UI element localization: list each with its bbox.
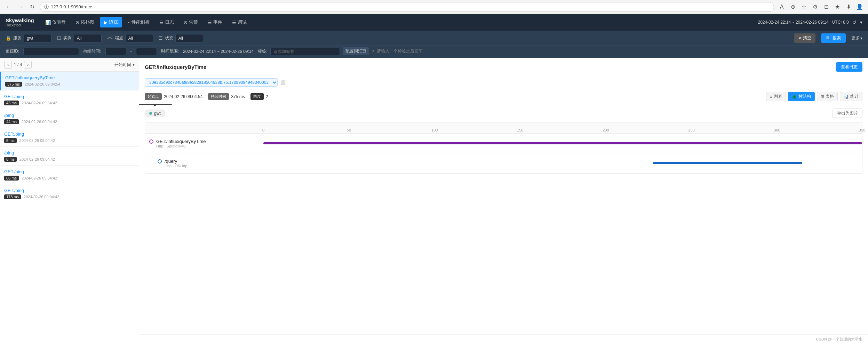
clear-button[interactable]: ✕ 清空 [794,33,815,43]
nav-performance-label: 性能剖析 [132,19,150,25]
trace-time: 2024-02-26 09:04:42 [19,157,55,161]
endpoint-icon: <> [107,35,113,41]
back-button[interactable]: ← [4,3,13,11]
nav-debug[interactable]: ☰ 调试 [228,17,251,27]
url-bar[interactable]: ⓘ 127.0.0.1:9090/trace [40,2,774,12]
nav-topology-label: 拓扑图 [81,19,94,25]
app-container: Skywalking Rocketbot 📊 仪表盘 ⊙ 拓扑图 ▶ 追踪 ~ … [0,14,868,344]
trace-duration-badge: 178 ms [4,194,21,199]
star-icon[interactable]: ☆ [800,3,808,11]
forward-button[interactable]: → [16,3,24,11]
tree-icon: 🌲 [792,94,797,99]
span-label: 跨度 [250,93,264,100]
stats-view-tab[interactable]: 📊 统计 [840,92,862,101]
span-right-2 [263,156,862,170]
more-button[interactable]: 更多 ▾ [851,35,862,41]
profile-icon[interactable]: 👤 [855,3,864,11]
refresh-button[interactable]: ↻ [28,3,36,11]
duration-max-input[interactable] [136,48,157,55]
span-dot-2 [158,159,162,163]
trace-duration-badge: 375 ms [5,82,22,87]
nav-log[interactable]: ☰ 日志 [155,17,178,27]
extension-icon[interactable]: ⚙ [811,3,819,11]
top-nav: Skywalking Rocketbot 📊 仪表盘 ⊙ 拓扑图 ▶ 追踪 ~ … [0,14,868,31]
refresh-time-button[interactable]: ↺ [852,19,857,25]
status-select[interactable]: All [175,34,203,42]
help-icon[interactable]: ? [372,49,374,54]
trace-item[interactable]: GET:/ping 66 ms 2024-02-26 09:04:42 [0,166,139,184]
translate-icon[interactable]: A [778,3,786,11]
service-select[interactable]: gwt [24,34,51,42]
duration-label: 持续时间: [83,48,101,54]
trace-duration-badge: 5 ms [4,138,17,143]
trace-duration-badge: 43 ms [4,101,19,105]
duration-label: 持续时间 [208,93,229,100]
span-value: 2 [266,94,268,99]
trace-item[interactable]: /ping 44 ms 2024-02-26 09:04:42 [0,109,139,128]
trace-item[interactable]: GET:/ping 5 ms 2024-02-26 09:04:42 [0,128,139,147]
export-button[interactable]: 导出为图片 [833,109,862,118]
nav-topology[interactable]: ⊙ 拓扑图 [71,17,98,27]
nav-dashboard[interactable]: 📊 仪表盘 [41,17,70,27]
nav-performance[interactable]: ~ 性能剖析 [124,17,154,27]
service-tag[interactable]: gwt [145,110,165,117]
span-row[interactable]: GET:/influx/queryByTime Http · SpringMVC [145,134,862,153]
nav-items: 📊 仪表盘 ⊙ 拓扑图 ▶ 追踪 ~ 性能剖析 ☰ 日志 ⊙ 告警 [41,17,758,27]
instance-filter-group: ☐ 实例 All [57,34,102,42]
list-view-tab[interactable]: ≡ 列表 [766,92,786,101]
trace-item[interactable]: GET:/ping 178 ms 2024-02-26 09:04:42 [0,184,139,203]
tag-input[interactable] [270,48,340,55]
split-icon[interactable]: ⊡ [822,3,830,11]
status-icon: ☰ [159,35,163,41]
logo-text: Skywalking [6,17,34,23]
trace-item[interactable]: /ping 8 ms 2024-02-26 09:04:42 [0,147,139,166]
instance-label: 实例 [63,35,72,41]
trace-id-select[interactable]: 30e385d90c7840af88e582a18564638b.75.1708… [145,78,278,87]
trace-id-input[interactable] [23,48,79,55]
tree-tab-label: 树结构 [798,94,811,99]
view-log-button[interactable]: 查看日志 [836,62,862,72]
copy-icon[interactable]: ⬜ [280,80,286,85]
trace-body: gwt TRACE_ROOT 导出为图片 0 50 100 [139,104,868,334]
topology-icon: ⊙ [75,20,79,25]
nav-alarm[interactable]: ⊙ 告警 [180,17,202,27]
dropdown-button[interactable]: ▾ [860,19,862,25]
tree-view-tab[interactable]: 🌲 树结构 [788,92,815,101]
service-lock-icon: 🔒 [6,35,11,41]
zoom-icon[interactable]: ⊕ [789,3,797,11]
span-bar-1 [263,142,862,144]
instance-select[interactable]: All [74,34,102,42]
trace-item[interactable]: GET:/ping 43 ms 2024-02-26 09:04:42 [0,90,139,109]
trace-id-label: 追踪ID: [6,48,19,54]
nav-dashboard-label: 仪表盘 [52,19,66,25]
table-view-tab[interactable]: ⊞ 表格 [817,92,838,101]
endpoint-select[interactable]: All [125,34,153,42]
tag-config-button[interactable]: 配置词汇页 [343,47,369,55]
nav-event[interactable]: ☰ 事件 [204,17,226,27]
download-icon[interactable]: ⬇ [844,3,853,11]
trace-item-title: /ping [4,150,135,155]
tooltip-popup: TRACE_ROOT [139,104,173,105]
span-meta-item: 跨度 2 [250,93,268,100]
span-row[interactable]: /query Http · OKHttp [145,153,862,173]
search-button[interactable]: 🔍 搜索 [821,33,846,43]
span-right-1 [263,136,862,150]
fav-icon[interactable]: ★ [833,3,842,11]
duration-min-input[interactable] [105,48,126,55]
log-icon: ☰ [159,20,164,25]
prev-page-button[interactable]: ‹ [4,61,12,69]
trace-duration-badge: 66 ms [4,176,19,181]
trace-item-title: GET:/ping [4,131,135,137]
browser-actions: A ⊕ ☆ ⚙ ⊡ ★ ⬇ 👤 [778,3,864,11]
trace-item-meta: 43 ms 2024-02-26 09:04:42 [4,101,135,105]
scale-mark-100: 100 [431,128,438,132]
trace-item[interactable]: GET:/influx/queryByTime 375 ms 2024-02-2… [0,72,139,90]
timeline-header: 0 50 100 150 200 250 300 350 [145,122,862,134]
sort-area[interactable]: 开始时间 ▾ [114,62,135,68]
search-icon: 🔍 [826,36,831,41]
trace-icon: ▶ [104,20,107,25]
next-page-button[interactable]: › [24,61,32,69]
nav-trace[interactable]: ▶ 追踪 [100,17,122,27]
trace-time: 2024-02-26 09:04:42 [22,120,57,124]
right-panel-header: GET:/influx/queryByTime 查看日志 [139,58,868,76]
